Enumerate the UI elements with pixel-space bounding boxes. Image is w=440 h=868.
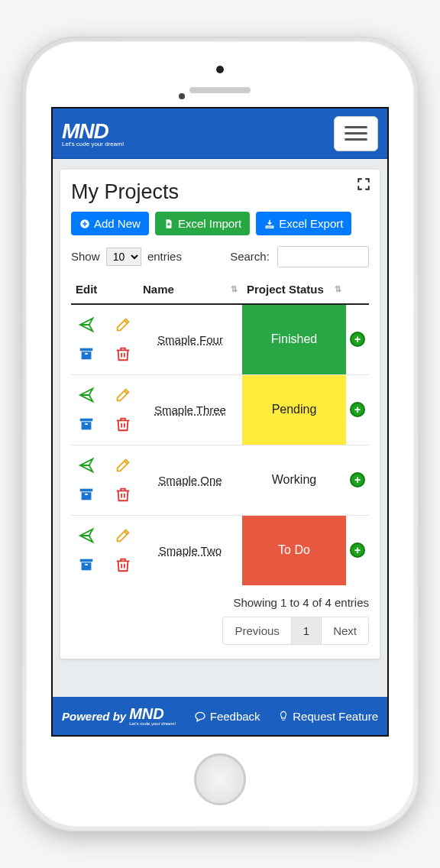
brand-logo: MND Let's code your dream! — [62, 119, 124, 147]
trash-icon[interactable] — [115, 556, 131, 573]
expand-cell: + — [346, 374, 369, 445]
expand-row-button[interactable]: + — [350, 472, 365, 487]
action-buttons: Add New Excel Import Excel Export — [71, 212, 369, 235]
edit-cell — [71, 304, 138, 374]
edit-cell — [71, 445, 138, 515]
col-name[interactable]: Name — [138, 275, 242, 304]
project-link[interactable]: Smaple One — [158, 474, 222, 487]
projects-card: My Projects Add New Excel Import Exc — [60, 170, 380, 659]
excel-import-button[interactable]: Excel Import — [155, 212, 250, 235]
project-link[interactable]: Smaple Four — [157, 333, 223, 346]
pager-page-1[interactable]: 1 — [292, 617, 322, 645]
phone-speaker — [189, 87, 251, 93]
hamburger-icon — [345, 126, 367, 128]
archive-icon[interactable] — [78, 556, 95, 573]
lightbulb-icon — [278, 711, 289, 721]
app-header: MND Let's code your dream! — [53, 108, 387, 159]
name-cell: Smaple Two — [138, 515, 242, 585]
powered-by: Powered by MND Let's code your dream! — [62, 706, 176, 726]
table-row: Smaple OneWorking+ — [71, 445, 369, 515]
edit-icon[interactable] — [115, 527, 131, 544]
phone-sensor — [179, 93, 185, 99]
plus-circle-icon — [79, 219, 90, 229]
expand-row-button[interactable]: + — [350, 402, 365, 417]
excel-export-button[interactable]: Excel Export — [256, 212, 351, 235]
project-link[interactable]: Smaple Two — [159, 544, 222, 557]
archive-icon[interactable] — [78, 416, 95, 432]
edit-icon[interactable] — [115, 387, 131, 403]
status-cell: Working — [242, 445, 346, 515]
send-icon[interactable] — [78, 316, 95, 333]
search-input[interactable] — [277, 246, 369, 267]
svg-rect-2 — [85, 423, 88, 425]
name-cell: Smaple Four — [138, 304, 242, 374]
edit-icon[interactable] — [115, 316, 131, 333]
send-icon[interactable] — [78, 527, 95, 544]
chat-icon — [194, 710, 206, 722]
brand-main: MND — [62, 119, 108, 143]
app-footer: Powered by MND Let's code your dream! Fe… — [53, 697, 387, 735]
project-link[interactable]: Smaple Three — [154, 403, 226, 416]
request-feature-link[interactable]: Request Feature — [278, 710, 378, 723]
content-area: My Projects Add New Excel Import Exc — [53, 159, 387, 697]
home-button[interactable] — [194, 753, 246, 805]
projects-table: Edit Name Project Status Smaple FourFini… — [71, 275, 369, 585]
name-cell: Smaple One — [138, 445, 242, 515]
table-row: Smaple FourFinished+ — [71, 304, 369, 374]
svg-rect-3 — [85, 494, 88, 495]
expand-cell: + — [346, 304, 369, 374]
table-info: Showing 1 to 4 of 4 entries — [71, 596, 369, 609]
feedback-link[interactable]: Feedback — [194, 710, 260, 723]
expand-cell: + — [346, 445, 369, 515]
status-cell: Finished — [242, 304, 346, 374]
svg-rect-1 — [85, 353, 88, 355]
add-new-button[interactable]: Add New — [71, 212, 149, 235]
page-title: My Projects — [71, 180, 369, 204]
svg-rect-4 — [85, 564, 88, 565]
expand-row-button[interactable]: + — [350, 332, 365, 347]
expand-cell: + — [346, 515, 369, 585]
edit-cell — [71, 374, 138, 445]
trash-icon[interactable] — [115, 486, 131, 503]
entries-selector: Show 10 entries — [71, 248, 182, 266]
phone-camera — [216, 66, 224, 73]
pager-next[interactable]: Next — [322, 617, 369, 645]
trash-icon[interactable] — [115, 345, 131, 362]
search-label: Search: — [230, 250, 270, 263]
trash-icon[interactable] — [115, 416, 131, 432]
status-cell: To Do — [242, 515, 346, 585]
fullscreen-icon[interactable] — [357, 177, 370, 191]
archive-icon[interactable] — [78, 345, 95, 362]
send-icon[interactable] — [78, 457, 95, 474]
screen: MND Let's code your dream! My Projects — [51, 107, 389, 737]
archive-icon[interactable] — [78, 486, 95, 503]
download-icon — [264, 219, 275, 229]
expand-row-button[interactable]: + — [350, 542, 365, 558]
phone-frame: MND Let's code your dream! My Projects — [21, 37, 419, 831]
col-status[interactable]: Project Status — [242, 275, 346, 304]
pagination: Previous 1 Next — [71, 617, 369, 645]
status-cell: Pending — [242, 374, 346, 445]
entries-select[interactable]: 10 — [106, 248, 141, 266]
pager-prev[interactable]: Previous — [222, 617, 291, 645]
brand-subtitle: Let's code your dream! — [62, 141, 124, 147]
table-row: Smaple TwoTo Do+ — [71, 515, 369, 585]
menu-button[interactable] — [334, 116, 378, 151]
table-controls: Show 10 entries Search: — [71, 246, 369, 267]
send-icon[interactable] — [78, 387, 95, 403]
file-import-icon — [163, 219, 174, 229]
edit-icon[interactable] — [115, 457, 131, 474]
edit-cell — [71, 515, 138, 585]
search-box: Search: — [230, 246, 369, 267]
name-cell: Smaple Three — [138, 374, 242, 445]
table-row: Smaple ThreePending+ — [71, 374, 369, 445]
col-edit: Edit — [71, 275, 138, 304]
